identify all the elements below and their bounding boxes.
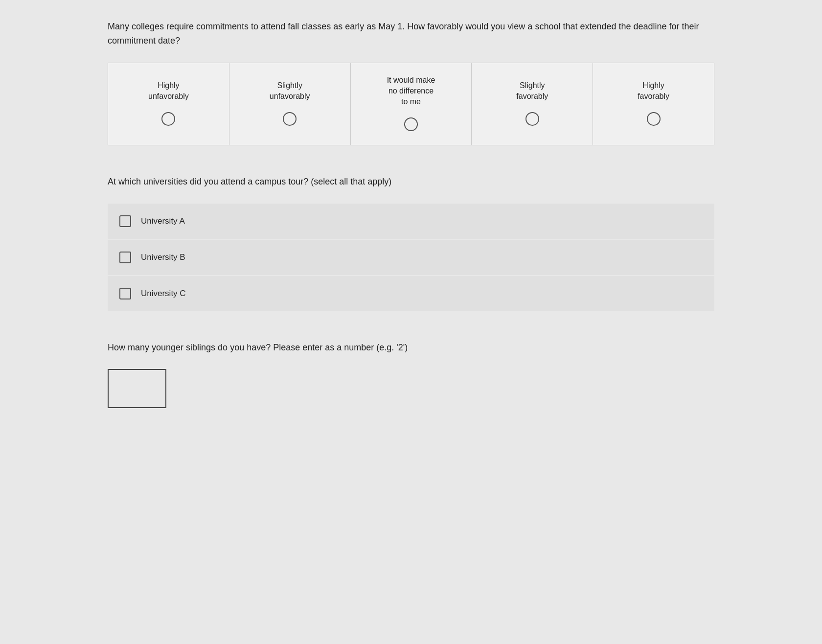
radio-slightly-unfavorably[interactable] xyxy=(283,112,297,126)
checkbox-university-c-label: University C xyxy=(141,289,186,299)
survey-container: Many colleges require commitments to att… xyxy=(108,20,714,408)
question2-text: At which universities did you attend a c… xyxy=(108,175,714,189)
checkbox-university-b[interactable] xyxy=(119,252,131,263)
checkbox-university-a[interactable] xyxy=(119,215,131,227)
option-no-difference-label: It would makeno differenceto me xyxy=(387,75,435,108)
checkbox-item-university-a[interactable]: University A xyxy=(108,204,714,239)
option-highly-unfavorably-label: Highlyunfavorably xyxy=(148,80,189,102)
option-slightly-favorably-label: Slightlyfavorably xyxy=(516,80,548,102)
option-no-difference[interactable]: It would makeno differenceto me xyxy=(351,63,472,145)
question2-section: At which universities did you attend a c… xyxy=(108,175,714,311)
radio-grid: Highlyunfavorably Slightlyunfavorably It… xyxy=(108,63,714,145)
option-highly-unfavorably[interactable]: Highlyunfavorably xyxy=(108,63,229,145)
question1-section: Many colleges require commitments to att… xyxy=(108,20,714,145)
option-slightly-favorably[interactable]: Slightlyfavorably xyxy=(472,63,593,145)
checkbox-item-university-b[interactable]: University B xyxy=(108,240,714,275)
checkbox-list: University A University B University C xyxy=(108,204,714,311)
option-highly-favorably[interactable]: Highlyfavorably xyxy=(593,63,714,145)
question3-section: How many younger siblings do you have? P… xyxy=(108,341,714,409)
checkbox-university-a-label: University A xyxy=(141,216,185,226)
checkbox-university-c[interactable] xyxy=(119,288,131,299)
option-highly-favorably-label: Highlyfavorably xyxy=(638,80,669,102)
radio-slightly-favorably[interactable] xyxy=(525,112,539,126)
question1-text: Many colleges require commitments to att… xyxy=(108,20,714,48)
radio-highly-unfavorably[interactable] xyxy=(161,112,175,126)
option-slightly-unfavorably[interactable]: Slightlyunfavorably xyxy=(229,63,351,145)
checkbox-item-university-c[interactable]: University C xyxy=(108,276,714,311)
option-slightly-unfavorably-label: Slightlyunfavorably xyxy=(270,80,310,102)
radio-no-difference[interactable] xyxy=(404,117,418,131)
siblings-number-input[interactable] xyxy=(108,369,166,408)
radio-highly-favorably[interactable] xyxy=(647,112,661,126)
question3-text: How many younger siblings do you have? P… xyxy=(108,341,714,355)
checkbox-university-b-label: University B xyxy=(141,253,185,262)
